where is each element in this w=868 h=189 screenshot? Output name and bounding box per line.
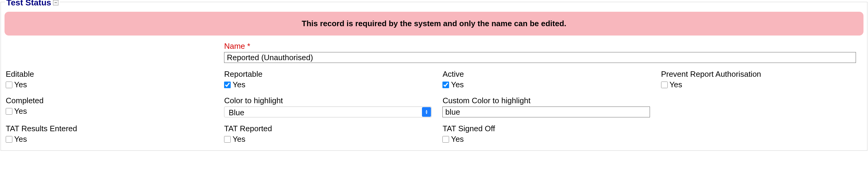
custom-color-label: Custom Color to highlight bbox=[442, 96, 661, 105]
active-checkbox-row: Yes bbox=[442, 80, 661, 89]
collapse-icon[interactable]: − bbox=[53, 0, 58, 5]
color-highlight-select-wrap: Blue ▲▼ bbox=[224, 106, 432, 117]
color-highlight-field: Color to highlight Blue ▲▼ bbox=[224, 96, 442, 117]
required-asterisk: * bbox=[247, 41, 250, 51]
editable-field: Editable Yes bbox=[6, 69, 224, 89]
custom-color-input[interactable] bbox=[442, 106, 650, 117]
tat-signed-off-checkbox[interactable] bbox=[442, 136, 449, 143]
editable-checkbox[interactable] bbox=[6, 82, 12, 88]
color-highlight-label: Color to highlight bbox=[224, 96, 442, 105]
prevent-report-auth-label: Prevent Report Authorisation bbox=[661, 69, 862, 79]
completed-checkbox-row: Yes bbox=[6, 106, 224, 116]
tat-reported-checkbox[interactable] bbox=[224, 136, 231, 143]
active-option-label: Yes bbox=[451, 80, 464, 89]
name-field: Name * bbox=[224, 41, 862, 63]
color-highlight-select[interactable]: Blue bbox=[224, 106, 432, 117]
editable-checkbox-row: Yes bbox=[6, 80, 224, 89]
reportable-label: Reportable bbox=[224, 69, 442, 79]
spacer bbox=[661, 96, 862, 117]
completed-label: Completed bbox=[6, 96, 224, 105]
active-checkbox[interactable] bbox=[442, 82, 449, 88]
prevent-report-auth-option-label: Yes bbox=[670, 80, 682, 89]
tat-results-entered-option-label: Yes bbox=[14, 134, 27, 144]
name-input[interactable] bbox=[224, 52, 856, 63]
tat-results-entered-checkbox-row: Yes bbox=[6, 134, 224, 144]
tat-results-entered-checkbox[interactable] bbox=[6, 136, 12, 143]
editable-label: Editable bbox=[6, 69, 224, 79]
prevent-report-auth-checkbox[interactable] bbox=[661, 82, 668, 88]
reportable-option-label: Yes bbox=[232, 80, 245, 89]
tat-signed-off-field: TAT Signed Off Yes bbox=[442, 124, 661, 144]
custom-color-field: Custom Color to highlight bbox=[442, 96, 661, 117]
section-title: Test Status bbox=[6, 0, 51, 7]
system-required-alert: This record is required by the system an… bbox=[4, 12, 864, 35]
spacer bbox=[661, 124, 862, 144]
completed-option-label: Yes bbox=[14, 106, 27, 116]
reportable-checkbox-row: Yes bbox=[224, 80, 442, 89]
prevent-report-auth-checkbox-row: Yes bbox=[661, 80, 862, 89]
active-field: Active Yes bbox=[442, 69, 661, 89]
tat-signed-off-label: TAT Signed Off bbox=[442, 124, 661, 133]
tat-reported-option-label: Yes bbox=[232, 134, 245, 144]
editable-option-label: Yes bbox=[14, 80, 27, 89]
form-grid: Name * Editable Yes Reportable Yes Activ… bbox=[4, 41, 864, 147]
tat-signed-off-checkbox-row: Yes bbox=[442, 134, 661, 144]
reportable-field: Reportable Yes bbox=[224, 69, 442, 89]
spacer bbox=[6, 41, 224, 63]
tat-reported-label: TAT Reported bbox=[224, 124, 442, 133]
tat-results-entered-label: TAT Results Entered bbox=[6, 124, 224, 133]
tat-results-entered-field: TAT Results Entered Yes bbox=[6, 124, 224, 144]
fieldset-legend: Test Status − bbox=[5, 0, 60, 7]
test-status-fieldset: Test Status − This record is required by… bbox=[1, 2, 867, 151]
tat-signed-off-option-label: Yes bbox=[451, 134, 464, 144]
active-label: Active bbox=[442, 69, 661, 79]
tat-reported-checkbox-row: Yes bbox=[224, 134, 442, 144]
completed-field: Completed Yes bbox=[6, 96, 224, 117]
name-label: Name * bbox=[224, 41, 862, 51]
tat-reported-field: TAT Reported Yes bbox=[224, 124, 442, 144]
prevent-report-auth-field: Prevent Report Authorisation Yes bbox=[661, 69, 862, 89]
completed-checkbox[interactable] bbox=[6, 108, 12, 115]
reportable-checkbox[interactable] bbox=[224, 82, 231, 88]
